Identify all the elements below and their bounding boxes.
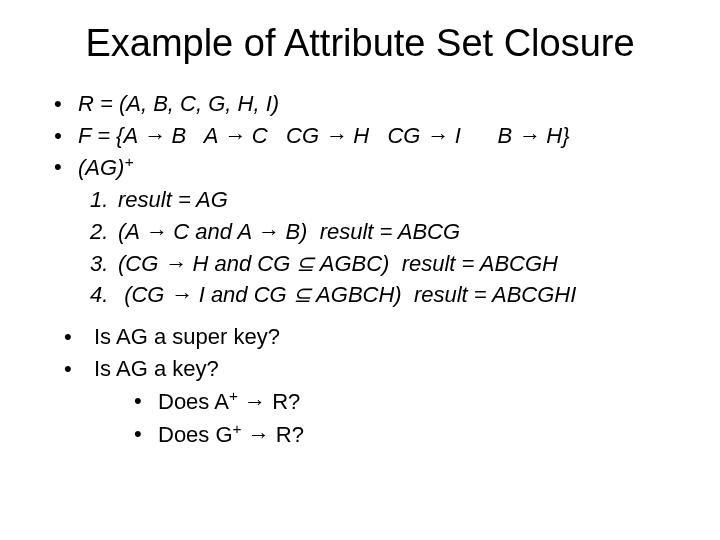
f2b: C [246, 123, 268, 148]
sp4b [479, 123, 497, 148]
s3-and: and [208, 251, 257, 276]
f3a: CG [286, 123, 325, 148]
question-list: Is AG a super key? Is AG a key? Does A+ … [64, 322, 690, 449]
slide-title: Example of Attribute Set Closure [30, 22, 690, 65]
s4-d: AGBCH) [311, 282, 414, 307]
s3-d: AGBC) [314, 251, 401, 276]
q2b-a: Does G [158, 422, 233, 447]
q2a-sup: + [229, 387, 238, 404]
step-2: (A → C and A → B) result = ABCG [90, 217, 690, 247]
s2-d: B) [279, 219, 319, 244]
arrow-icon: → [257, 219, 279, 244]
s2-a: (A [118, 219, 145, 244]
arrow-icon: → [143, 123, 165, 148]
arrow-icon: → [164, 251, 186, 276]
s2-c: A [237, 219, 257, 244]
arrow-icon: → [518, 123, 540, 148]
f1a: A [123, 123, 143, 148]
arrow-icon: → [427, 123, 449, 148]
sp4 [461, 123, 479, 148]
s4-b: I [193, 282, 205, 307]
q2a-c: R? [266, 389, 300, 414]
q2b-sup: + [233, 420, 242, 437]
step-4: (CG → I and CG ⊆ AGBCH) result = ABCGHI [90, 280, 690, 310]
step-3: (CG → H and CG ⊆ AGBC) result = ABCGH [90, 249, 690, 279]
arrow-icon: → [224, 123, 246, 148]
q-a-closure: Does A+ → R? [134, 386, 690, 417]
f-lead: F = { [78, 123, 123, 148]
s3-b: H [186, 251, 208, 276]
ag-a: (AG) [78, 156, 124, 181]
f4a: CG [387, 123, 426, 148]
arrow-icon: → [248, 422, 270, 447]
sp1 [186, 123, 204, 148]
bullet-f: F = {A → B A → C CG → H CG → I B → H} [54, 121, 690, 151]
f1b: B [165, 123, 186, 148]
f2a: A [204, 123, 224, 148]
f4b: I [449, 123, 461, 148]
f3b: H [347, 123, 369, 148]
s2-b: C [167, 219, 189, 244]
q-sub-list: Does A+ → R? Does G+ → R? [134, 386, 690, 450]
s2-and: and [189, 219, 237, 244]
steps-list: result = AG (A → C and A → B) result = A… [90, 185, 690, 310]
s4-r: result = ABCGHI [414, 282, 576, 307]
text-r: R = (A, B, C, G, H, I) [78, 91, 279, 116]
s1-text: result = AG [118, 187, 228, 212]
sp3 [369, 123, 387, 148]
f5b: H} [540, 123, 569, 148]
q-g-closure: Does G+ → R? [134, 419, 690, 450]
q-key-text: Is AG a key? [94, 356, 219, 381]
arrow-icon: → [145, 219, 167, 244]
step-1: result = AG [90, 185, 690, 215]
subset-icon: ⊆ [293, 282, 311, 307]
s3-c: CG [257, 251, 296, 276]
bullet-list: R = (A, B, C, G, H, I) F = {A → B A → C … [54, 89, 690, 183]
arrow-icon: → [325, 123, 347, 148]
slide: Example of Attribute Set Closure R = (A,… [0, 0, 720, 540]
q-key: Is AG a key? Does A+ → R? Does G+ → R? [64, 354, 690, 450]
sp2 [268, 123, 286, 148]
f5a: B [497, 123, 518, 148]
ag-sup: + [124, 153, 133, 170]
q2b-c: R? [270, 422, 304, 447]
s4-a: (CG [124, 282, 170, 307]
subset-icon: ⊆ [296, 251, 314, 276]
q-superkey: Is AG a super key? [64, 322, 690, 352]
s4-c: CG [254, 282, 293, 307]
arrow-icon: → [244, 389, 266, 414]
slide-body: R = (A, B, C, G, H, I) F = {A → B A → C … [30, 89, 690, 450]
arrow-icon: → [171, 282, 193, 307]
bullet-ag: (AG)+ [54, 152, 690, 183]
s4-and: and [205, 282, 254, 307]
s3-r: result = ABCGH [402, 251, 558, 276]
s2-r: result = ABCG [320, 219, 460, 244]
q2a-a: Does A [158, 389, 229, 414]
s3-a: (CG [118, 251, 164, 276]
bullet-r: R = (A, B, C, G, H, I) [54, 89, 690, 119]
